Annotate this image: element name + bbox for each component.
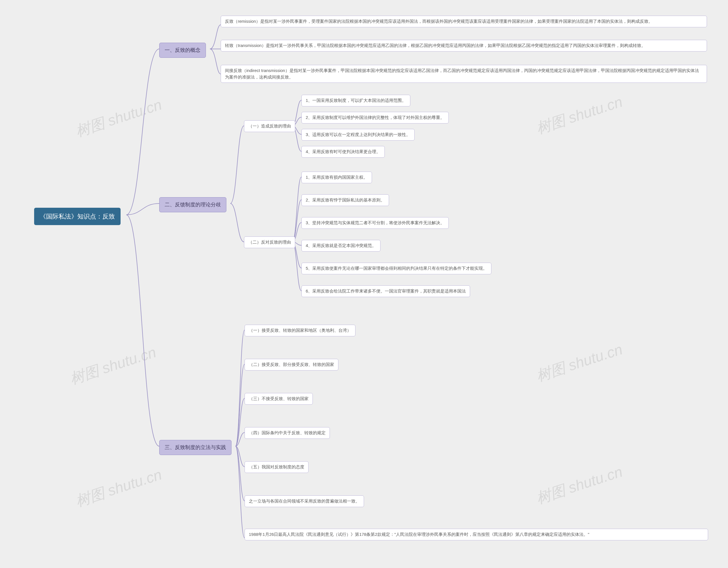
leaf-transmission[interactable]: 转致（transmission）是指对某一涉外民事关系，甲国法院根据本国的冲突规…: [221, 40, 707, 51]
leaf-against-3[interactable]: 3、坚持冲突规范与实体规范二者不可分割，将使涉外民事案件无法解决。: [301, 217, 449, 229]
leaf-leg-3[interactable]: （三）不接受反致、转致的国家: [245, 393, 313, 405]
leaf-text: （一）接受反致、转致的国家和地区（奥地利、台湾）: [249, 328, 351, 333]
leaf-for-2[interactable]: 2、采用反致制度可以维护外国法律的完整性，体现了对外国主权的尊重。: [301, 112, 449, 123]
branch-legislation[interactable]: 三、反致制度的立法与实践: [159, 440, 231, 455]
leaf-against-4[interactable]: 4、采用反致就是否定本国冲突规范。: [301, 240, 380, 251]
watermark: 树图 shutu.cn: [73, 465, 164, 511]
leaf-leg-2[interactable]: （二）接受反致、部分接受反致、转致的国家: [245, 359, 338, 371]
branch-label: 一、反致的概念: [165, 47, 200, 53]
leaf-text: （四）国际条约中关于反致、转致的规定: [249, 430, 326, 435]
leaf-leg-6[interactable]: 之一立场与各国在合同领域不采用反致的普遍做法相一致。: [245, 495, 364, 507]
leaf-text: 1988年1月26日最高人民法院《民法通则意见（试行）》第178条第2款规定："…: [249, 532, 589, 537]
leaf-text: （三）不接受反致、转致的国家: [249, 396, 309, 401]
leaf-against-6[interactable]: 6、采用反致会给法院工作带来诸多不便。一国法官审理案件，其职责就是适用本国法: [301, 286, 470, 297]
leaf-text: 2、采用反致有悖于国际私法的基本原则。: [306, 197, 385, 202]
leaf-indirect[interactable]: 间接反致（indirect transmission）是指对某一涉外民事案件，甲…: [221, 65, 707, 83]
watermark: 树图 shutu.cn: [67, 342, 159, 389]
leaf-text: 5、采用反致使案件无论在哪一国家审理都会得到相同的判决结果只有在特定的条件下才能…: [306, 266, 487, 270]
leaf-text: 2、采用反致制度可以维护外国法律的完整性，体现了对外国主权的尊重。: [306, 115, 444, 120]
watermark: 树图 shutu.cn: [534, 340, 625, 386]
leaf-text: 3、坚持冲突规范与实体规范二者不可分割，将使涉外民事案件无法解决。: [306, 220, 444, 225]
connectors: [0, 0, 728, 568]
leaf-for-4[interactable]: 4、采用反致有时可使判决结果更合理。: [301, 146, 385, 158]
watermark: 树图 shutu.cn: [73, 95, 164, 141]
branch-label: 二、反馈制度的理论分歧: [165, 202, 221, 207]
sub-reasons-against[interactable]: （二）反对反致的理由: [244, 236, 295, 248]
branch-label: 三、反致制度的立法与实践: [165, 445, 226, 450]
leaf-text: 转致（transmission）是指对某一涉外民事关系，甲国法院根据本国的冲突规…: [225, 43, 646, 48]
leaf-leg-7[interactable]: 1988年1月26日最高人民法院《民法通则意见（试行）》第178条第2款规定："…: [245, 529, 708, 540]
leaf-text: （五）我国对反致制度的态度: [249, 464, 304, 469]
root-label: 《国际私法》知识点：反致: [40, 213, 115, 220]
root-node[interactable]: 《国际私法》知识点：反致: [34, 208, 121, 225]
leaf-text: 4、采用反致有时可使判决结果更合理。: [306, 149, 380, 154]
leaf-against-1[interactable]: 1、采用反致有损内国国家主权。: [301, 171, 372, 183]
leaf-leg-1[interactable]: （一）接受反致、转致的国家和地区（奥地利、台湾）: [245, 325, 355, 336]
sub-label: （一）造成反致的理由: [248, 123, 291, 128]
watermark: 树图 shutu.cn: [534, 462, 625, 509]
leaf-text: 间接反致（indirect transmission）是指对某一涉外民事案件，甲…: [225, 68, 699, 79]
branch-concept[interactable]: 一、反致的概念: [159, 43, 206, 58]
leaf-text: 之一立场与各国在合同领域不采用反致的普遍做法相一致。: [249, 499, 360, 503]
leaf-leg-5[interactable]: （五）我国对反致制度的态度: [245, 461, 309, 473]
sub-reasons-for[interactable]: （一）造成反致的理由: [244, 120, 295, 132]
leaf-text: （二）接受反致、部分接受反致、转致的国家: [249, 362, 334, 367]
leaf-text: 3、适用反致可以在一定程度上达到判决结果的一致性。: [306, 132, 410, 137]
leaf-against-5[interactable]: 5、采用反致使案件无论在哪一国家审理都会得到相同的判决结果只有在特定的条件下才能…: [301, 263, 491, 274]
branch-theory[interactable]: 二、反馈制度的理论分歧: [159, 197, 226, 212]
sub-label: （二）反对反致的理由: [248, 239, 291, 244]
leaf-text: 反致（remission）是指对某一涉外民事案件，受理案件国家的法院根据本国的冲…: [225, 19, 653, 24]
leaf-text: 4、采用反致就是否定本国冲突规范。: [306, 243, 376, 248]
leaf-for-3[interactable]: 3、适用反致可以在一定程度上达到判决结果的一致性。: [301, 129, 415, 140]
leaf-for-1[interactable]: 1、一国采用反致制度，可以扩大本国法的适用范围。: [301, 95, 410, 106]
leaf-leg-4[interactable]: （四）国际条约中关于反致、转致的规定: [245, 427, 330, 439]
leaf-text: 6、采用反致会给法院工作带来诸多不便。一国法官审理案件，其职责就是适用本国法: [306, 289, 466, 294]
watermark: 树图 shutu.cn: [534, 92, 625, 139]
leaf-remission[interactable]: 反致（remission）是指对某一涉外民事案件，受理案件国家的法院根据本国的冲…: [221, 16, 707, 27]
leaf-text: 1、一国采用反致制度，可以扩大本国法的适用范围。: [306, 98, 406, 103]
leaf-against-2[interactable]: 2、采用反致有悖于国际私法的基本原则。: [301, 194, 389, 206]
leaf-text: 1、采用反致有损内国国家主权。: [306, 175, 368, 179]
